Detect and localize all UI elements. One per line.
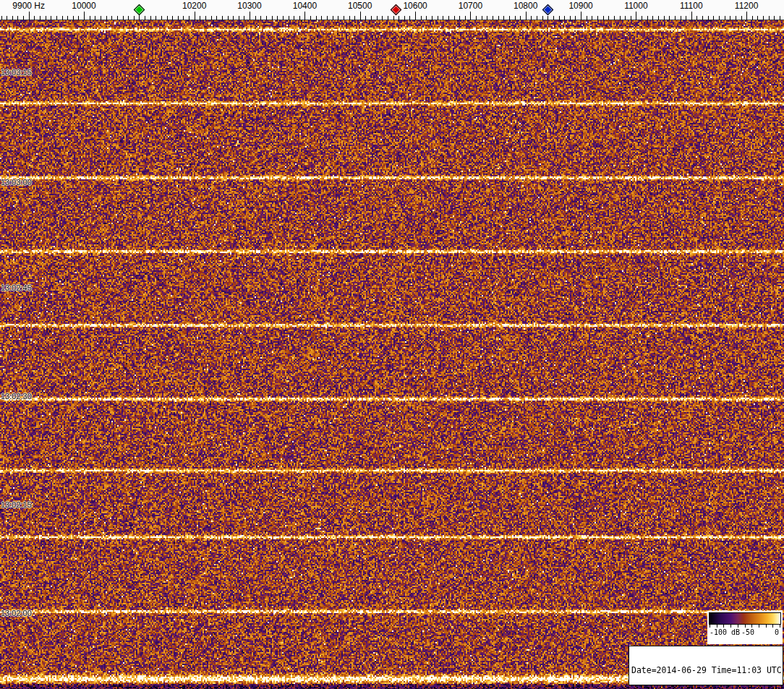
colorbar-tick [772, 625, 773, 628]
freq-label: 10900 [568, 1, 592, 11]
colorbar: -100 dB -50 0 [707, 611, 783, 644]
freq-tick [360, 12, 361, 20]
colorbar-tick [717, 625, 717, 628]
freq-tick [746, 12, 747, 20]
freq-label: 10700 [459, 1, 482, 11]
freq-tick [195, 12, 195, 20]
colorbar-label-max: 0 [775, 628, 779, 636]
colorbar-tick [730, 625, 731, 628]
freq-label: 9900 Hz [12, 1, 45, 11]
colorbar-ticks [710, 625, 780, 628]
freq-tick [304, 12, 305, 20]
freq-tick [250, 12, 250, 20]
info-line-datetime: Date=2014-06-29 Time=11:03 UTC [631, 666, 780, 675]
freq-label: 10200 [182, 1, 206, 11]
colorbar-tick [710, 625, 710, 628]
red-marker[interactable] [391, 4, 402, 16]
spectrogram-canvas[interactable] [0, 20, 784, 689]
freq-tick [691, 12, 692, 20]
freq-label: 10300 [237, 1, 261, 11]
colorbar-gradient [709, 612, 781, 625]
spectrogram-display: 9900 Hz100001020010300104001050010600107… [0, 0, 784, 689]
colorbar-tick [738, 625, 738, 628]
freq-label: 11000 [624, 1, 647, 11]
colorbar-label-mid: -50 [741, 628, 754, 636]
freq-label: 10500 [348, 1, 372, 11]
freq-tick [29, 12, 30, 20]
freq-label: 10400 [293, 1, 317, 11]
green-marker[interactable] [134, 4, 145, 16]
colorbar-tick [723, 625, 724, 628]
colorbar-tick [766, 625, 767, 628]
blue-marker[interactable] [542, 4, 554, 16]
colorbar-tick [780, 625, 780, 628]
colorbar-tick [759, 625, 759, 628]
freq-tick [84, 12, 85, 20]
frequency-ruler[interactable]: 9900 Hz100001020010300104001050010600107… [0, 0, 784, 20]
freq-tick [415, 12, 416, 20]
freq-tick [636, 12, 636, 20]
freq-label: 10000 [72, 1, 95, 11]
freq-tick [581, 12, 581, 20]
freq-tick [526, 12, 527, 20]
freq-label: 10800 [514, 1, 537, 11]
colorbar-tick [751, 625, 752, 628]
colorbar-label-min: -100 dB [710, 628, 740, 636]
freq-label: 11200 [735, 1, 758, 11]
freq-tick [470, 12, 471, 20]
colorbar-tick [745, 625, 746, 628]
info-panel: Date=2014-06-29 Time=11:03 UTC Freq=143 … [629, 646, 783, 685]
freq-label: 11100 [680, 1, 703, 11]
freq-label: 10600 [403, 1, 427, 11]
